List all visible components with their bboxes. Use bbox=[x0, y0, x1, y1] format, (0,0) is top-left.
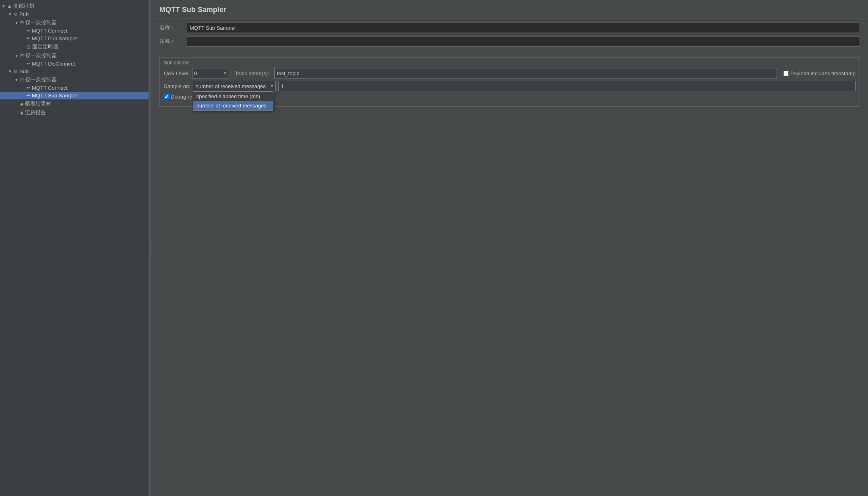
sidebar-item-pub-controller-1[interactable]: ▼⊞仅一次控制器 bbox=[0, 18, 149, 27]
tree-arrow-pub: ▼ bbox=[8, 12, 13, 16]
sidebar-label-timer: 固定定时器 bbox=[32, 43, 58, 50]
dropdown-item[interactable]: number of received messages bbox=[193, 101, 273, 110]
controller-icon: ⊞ bbox=[20, 77, 24, 82]
sidebar-item-pub[interactable]: ▼⚙Pub bbox=[0, 10, 149, 18]
sidebar-label-listener-tree: 察看结果树 bbox=[25, 100, 51, 107]
topic-label: Topic name(s): bbox=[235, 70, 269, 76]
tree-arrow-pub-controller-1: ▼ bbox=[14, 21, 19, 25]
comment-input[interactable] bbox=[187, 36, 860, 47]
sidebar-label-mqtt-sub-sampler: MQTT Sub Sampler bbox=[32, 93, 78, 99]
qos-label: QoS Level: bbox=[164, 70, 190, 76]
timer-icon: ◷ bbox=[27, 44, 31, 49]
debug-checkbox[interactable] bbox=[164, 94, 169, 99]
sidebar-item-mqtt-connect-2[interactable]: ✏MQTT Connect bbox=[0, 84, 149, 92]
controller-icon: ⊞ bbox=[20, 53, 24, 58]
qos-select[interactable]: 0 1 2 bbox=[192, 68, 228, 78]
tree-arrow-sub: ▼ bbox=[8, 69, 13, 74]
payload-label: Payload includes timestamp bbox=[790, 70, 856, 76]
sidebar-item-mqtt-pub-sampler[interactable]: ✏MQTT Pub Sampler bbox=[0, 35, 149, 42]
sidebar-label-mqtt-connect-1: MQTT Connect bbox=[32, 28, 68, 34]
controller-icon: ⊞ bbox=[20, 20, 24, 25]
sidebar-item-listener-tree[interactable]: ◈察看结果树 bbox=[0, 99, 149, 108]
tree-arrow-sub-controller-1: ▼ bbox=[14, 78, 19, 82]
main-panel: MQTT Sub Sampler 名称： 注释： Sub options QoS… bbox=[151, 0, 868, 496]
test-plan-icon: ▲ bbox=[7, 4, 12, 8]
sidebar-label-sub: Sub bbox=[19, 68, 29, 74]
sidebar-item-timer[interactable]: ◷固定定时器 bbox=[0, 42, 149, 51]
comment-label: 注释： bbox=[159, 38, 184, 45]
tree-arrow-test-plan: ▼ bbox=[2, 4, 6, 8]
sidebar-item-test-plan[interactable]: ▼▲测试计划 bbox=[0, 2, 149, 10]
dropdown-item[interactable]: specified elapsed time (ms) bbox=[193, 92, 273, 101]
controller-gear-icon: ⚙ bbox=[14, 69, 18, 74]
sample-on-dropdown: specified elapsed time (ms)number of rec… bbox=[193, 91, 273, 111]
name-input[interactable] bbox=[187, 23, 860, 33]
pencil-selected-icon: ✏ bbox=[27, 93, 30, 98]
sidebar-item-mqtt-sub-sampler[interactable]: ✏MQTT Sub Sampler bbox=[0, 92, 149, 99]
debug-label: Debug re bbox=[171, 94, 192, 100]
sample-dropdown-arrow-icon: ▼ bbox=[270, 84, 274, 88]
sample-value-input[interactable] bbox=[278, 81, 856, 91]
sidebar-label-pub-controller-1: 仅一次控制器 bbox=[25, 19, 57, 26]
sidebar-item-listener-report[interactable]: ◈汇总报告 bbox=[0, 108, 149, 117]
sidebar-item-sub[interactable]: ▼⚙Sub bbox=[0, 68, 149, 75]
tree-arrow-pub-controller-2: ▼ bbox=[14, 54, 19, 58]
name-row: 名称： bbox=[159, 23, 860, 33]
sidebar-label-mqtt-connect-2: MQTT Connect bbox=[32, 85, 68, 91]
sub-options-section: Sub options QoS Level: 0 1 2 Topic name(… bbox=[159, 57, 860, 107]
sidebar-label-mqtt-pub-sampler: MQTT Pub Sampler bbox=[32, 35, 78, 41]
sidebar-label-pub-controller-2: 仅一次控制器 bbox=[25, 52, 57, 59]
payload-timestamp-label: Payload includes timestamp bbox=[783, 70, 856, 76]
sidebar-item-mqtt-connect-1[interactable]: ✏MQTT Connect bbox=[0, 27, 149, 35]
pencil-icon: ✏ bbox=[27, 36, 30, 41]
controller-gear-icon: ⚙ bbox=[14, 12, 18, 17]
sidebar-item-pub-controller-2[interactable]: ▼⊞仅一次控制器 bbox=[0, 51, 149, 60]
comment-row: 注释： bbox=[159, 36, 860, 47]
panel-title: MQTT Sub Sampler bbox=[151, 0, 868, 19]
sidebar: ▼▲测试计划▼⚙Pub▼⊞仅一次控制器✏MQTT Connect✏MQTT Pu… bbox=[0, 0, 149, 496]
pencil-icon: ✏ bbox=[27, 28, 30, 33]
sub-options-label: Sub options bbox=[164, 60, 856, 66]
sidebar-label-test-plan: 测试计划 bbox=[13, 2, 34, 10]
listener-icon: ◈ bbox=[20, 110, 23, 115]
qos-topic-row: QoS Level: 0 1 2 Topic name(s): Payload … bbox=[164, 68, 856, 78]
sidebar-label-sub-controller-1: 仅一次控制器 bbox=[25, 76, 57, 83]
sample-on-button[interactable]: number of received messages ▼ bbox=[193, 81, 276, 91]
sidebar-item-sub-controller-1[interactable]: ▼⊞仅一次控制器 bbox=[0, 75, 149, 84]
sidebar-label-listener-report: 汇总报告 bbox=[25, 109, 46, 116]
sample-dropdown-wrapper: number of received messages ▼ specified … bbox=[193, 81, 276, 91]
pencil-icon: ✏ bbox=[27, 61, 30, 66]
pencil-icon: ✏ bbox=[27, 85, 30, 91]
qos-select-wrapper: 0 1 2 bbox=[192, 68, 228, 78]
sample-on-label: Sample on: bbox=[164, 83, 190, 89]
sidebar-label-mqtt-disconnect: MQTT DisConnect bbox=[32, 61, 75, 67]
topic-input[interactable] bbox=[274, 68, 777, 78]
payload-checkbox[interactable] bbox=[783, 71, 789, 76]
name-label: 名称： bbox=[159, 24, 184, 31]
sample-on-value: number of received messages bbox=[196, 83, 266, 89]
listener-icon: ◈ bbox=[20, 101, 23, 107]
sidebar-label-pub: Pub bbox=[19, 11, 29, 17]
sidebar-item-mqtt-disconnect[interactable]: ✏MQTT DisConnect bbox=[0, 60, 149, 68]
sample-on-row: Sample on: number of received messages ▼… bbox=[164, 81, 856, 91]
